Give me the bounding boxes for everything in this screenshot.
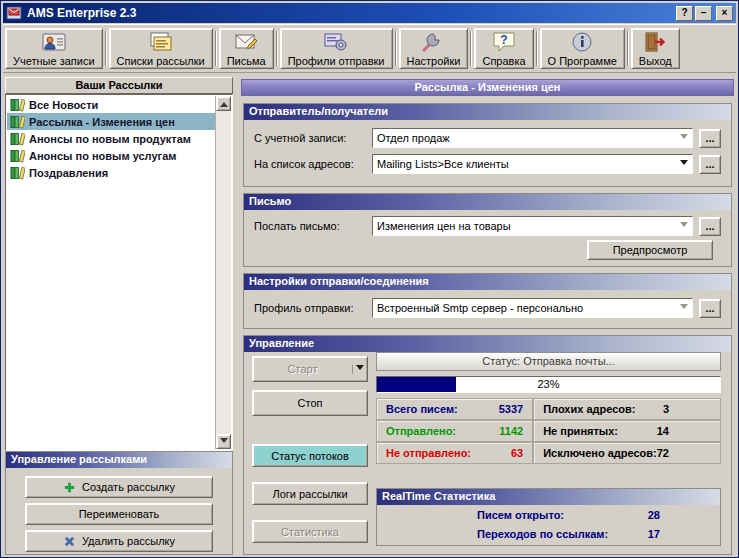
books-icon [10, 148, 25, 163]
sidebar: Ваши Рассылки Все Новости [5, 77, 233, 555]
books-icon [10, 97, 25, 112]
account-browse-button[interactable]: ... [699, 129, 721, 148]
scroll-up-button[interactable] [216, 96, 231, 111]
list-item-all-news[interactable]: Все Новости [7, 96, 215, 113]
toolbar-button-send-profiles[interactable]: Профили отправки [280, 28, 393, 69]
address-list-select[interactable]: Mailing Lists>Все клиенты [372, 154, 693, 174]
letter-value: Изменения цен на товары [373, 220, 676, 232]
titlebar: AMS Enterprise 2.3 ? – × [3, 3, 736, 23]
chevron-down-icon[interactable] [676, 134, 692, 143]
opened-value: 28 [648, 509, 660, 521]
realtime-clicks-row: Переходов по ссылкам: 17 [377, 524, 720, 543]
rename-mailing-label: Переименовать [79, 508, 160, 520]
delete-mailing-label: Удалить рассылку [82, 535, 175, 547]
toolbar-button-accounts[interactable]: Учетные записи [5, 28, 103, 69]
toolbar-button-letters[interactable]: Письма [219, 28, 274, 69]
account-row: С учетной записи: Отдел продаж ... [254, 128, 721, 148]
toolbar-separator [627, 31, 629, 66]
toolbar-separator [470, 31, 472, 66]
profile-select[interactable]: Встроенный Smtp сервер - персонально [372, 298, 693, 318]
settings-icon [420, 30, 446, 54]
address-list-browse-button[interactable]: ... [699, 155, 721, 174]
toolbar-label: Профили отправки [288, 55, 385, 67]
letters-icon [233, 30, 259, 54]
toolbar: Учетные записи Списки рассылки [3, 24, 736, 73]
window-title: AMS Enterprise 2.3 [27, 6, 674, 20]
mailing-lists-icon [148, 30, 174, 54]
send-settings-header: Настройки отправки/соединения [244, 274, 731, 290]
thread-status-button[interactable]: Статус потоков [252, 444, 368, 467]
mailings-management-panel: Управление рассылками Создать рассылку П… [5, 451, 233, 555]
toolbar-separator [105, 31, 107, 66]
preview-button[interactable]: Предпросмотр [587, 240, 713, 260]
profile-browse-button[interactable]: ... [699, 299, 721, 318]
letter-label: Послать письмо: [254, 220, 372, 232]
account-select[interactable]: Отдел продаж [372, 128, 693, 148]
stat-label: Исключено адресов: [543, 447, 657, 459]
list-item-price-changes[interactable]: Рассылка - Изменения цен [7, 113, 215, 130]
list-item-label: Все Новости [29, 99, 98, 111]
mailing-logs-button[interactable]: Логи рассылки [252, 482, 368, 505]
toolbar-separator [215, 31, 217, 66]
toolbar-separator [536, 31, 538, 66]
delete-mailing-button[interactable]: Удалить рассылку [25, 530, 213, 552]
letter-group: Письмо Послать письмо: Изменения цен на … [243, 193, 732, 267]
list-item-new-services[interactable]: Анонсы по новым услугам [7, 147, 215, 164]
chevron-down-icon[interactable] [676, 160, 692, 169]
list-item-label: Рассылка - Изменения цен [29, 116, 175, 128]
progress-percent: 23% [377, 377, 720, 392]
books-icon [10, 165, 25, 180]
plus-icon [63, 481, 76, 494]
letter-select[interactable]: Изменения цен на товары [372, 216, 693, 236]
list-item-congratulations[interactable]: Поздравления [7, 164, 215, 181]
toolbar-button-help[interactable]: ? Справка [474, 28, 533, 69]
sender-group: Отправитель/получатели С учетной записи:… [243, 103, 732, 187]
stat-label: Всего писем: [386, 403, 458, 415]
letter-row: Послать письмо: Изменения цен на товары … [254, 216, 721, 236]
stop-button[interactable]: Стоп [252, 390, 368, 416]
address-list-label: На список адресов: [254, 158, 372, 170]
minimize-button[interactable]: – [695, 6, 712, 21]
account-label: С учетной записи: [254, 132, 372, 144]
account-value: Отдел продаж [373, 132, 676, 144]
rename-mailing-button[interactable]: Переименовать [25, 503, 213, 525]
letter-browse-button[interactable]: ... [699, 217, 721, 236]
status-text: Статус: Отправка почты... [376, 352, 721, 371]
stat-not-sent: Не отправлено: 63 [376, 442, 533, 464]
realtime-opened-row: Писем открыто: 28 [377, 505, 720, 524]
toolbar-label: Настройки [407, 55, 461, 67]
books-icon [10, 131, 25, 146]
address-list-row: На список адресов: Mailing Lists>Все кли… [254, 154, 721, 174]
list-item-label: Анонсы по новым продуктам [29, 133, 191, 145]
svg-text:?: ? [500, 33, 507, 47]
scroll-down-button[interactable] [216, 434, 231, 449]
toolbar-button-mailing-lists[interactable]: Списки рассылки [109, 28, 213, 69]
stat-bad-addresses: Плохих адресов: 3 [533, 398, 721, 420]
toolbar-button-exit[interactable]: Выход [631, 28, 680, 69]
start-label: Старт [253, 363, 352, 375]
toolbar-separator [395, 31, 397, 66]
toolbar-label: Письма [227, 55, 266, 67]
toolbar-label: Выход [639, 55, 672, 67]
create-mailing-label: Создать рассылку [82, 481, 175, 493]
toolbar-label: Учетные записи [13, 55, 95, 67]
toolbar-button-settings[interactable]: Настройки [399, 28, 469, 69]
statistics-button[interactable]: Статистика [252, 520, 368, 543]
send-settings-group: Настройки отправки/соединения Профиль от… [243, 273, 732, 329]
list-item-label: Анонсы по новым услугам [29, 150, 176, 162]
profile-value: Встроенный Smtp сервер - персонально [373, 302, 676, 314]
help-titlebar-button[interactable]: ? [676, 6, 693, 21]
stat-label: Отправлено: [386, 425, 456, 437]
list-item-new-products[interactable]: Анонсы по новым продуктам [7, 130, 215, 147]
opened-label: Писем открыто: [477, 509, 564, 521]
profile-row: Профиль отправки: Встроенный Smtp сервер… [254, 298, 721, 318]
chevron-down-icon[interactable] [676, 304, 692, 313]
create-mailing-button[interactable]: Создать рассылку [25, 476, 213, 498]
list-scrollbar[interactable] [215, 96, 231, 449]
chevron-down-icon[interactable] [676, 222, 692, 231]
close-button[interactable]: × [716, 6, 733, 21]
toolbar-button-about[interactable]: О Программе [540, 28, 625, 69]
start-dropdown-arrow[interactable] [352, 365, 367, 374]
start-button[interactable]: Старт [252, 356, 368, 382]
clicks-label: Переходов по ссылкам: [477, 528, 608, 540]
